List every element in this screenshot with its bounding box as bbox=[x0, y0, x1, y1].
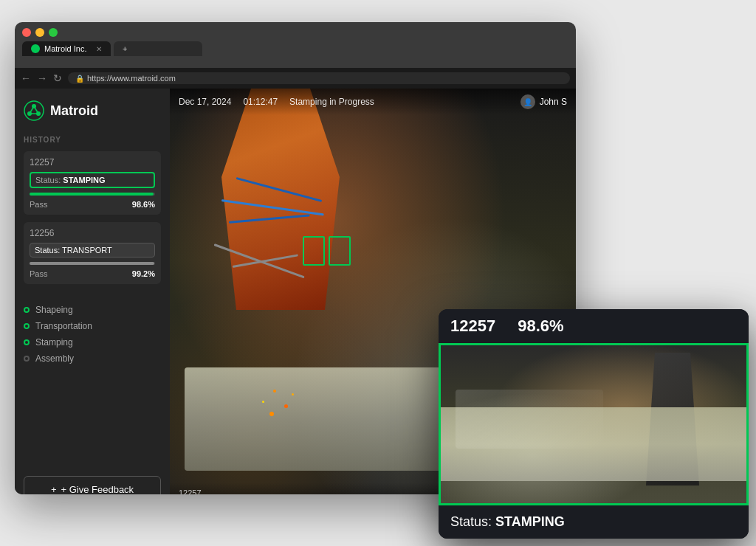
minimize-button[interactable] bbox=[35, 28, 44, 37]
history-item-1-id: 12257 bbox=[30, 157, 155, 167]
video-meta: Dec 17, 2024 01:12:47 Stamping in Progre… bbox=[179, 97, 374, 107]
step-stamping: Stamping bbox=[24, 334, 161, 350]
logo-text: Matroid bbox=[50, 103, 98, 119]
window-controls bbox=[22, 28, 568, 37]
detection-box-small-1 bbox=[303, 236, 325, 266]
svg-line-4 bbox=[30, 106, 34, 114]
popup-percent: 98.6% bbox=[518, 317, 563, 336]
tab-bar: Matroid Inc. ✕ + bbox=[22, 41, 568, 56]
sidebar: Matroid HISTORY 12257 Status: STAMPING P… bbox=[15, 89, 170, 494]
popup-id: 12257 bbox=[450, 317, 495, 336]
plus-icon: + bbox=[51, 484, 57, 494]
user-name: John S bbox=[540, 97, 567, 107]
pass-label-2: Pass bbox=[30, 269, 47, 278]
browser-tab-new[interactable]: + bbox=[114, 41, 202, 56]
step-dot-assembly bbox=[24, 356, 30, 362]
feedback-btn-label: + Give Feedback bbox=[61, 484, 134, 494]
step-shaping: Shapeing bbox=[24, 302, 161, 318]
status-value-1: STAMPING bbox=[63, 176, 105, 184]
step-dot-shaping bbox=[24, 307, 30, 313]
step-label-assembly: Assembly bbox=[35, 353, 74, 364]
video-status: Stamping in Progress bbox=[289, 97, 374, 107]
step-label-shaping: Shapeing bbox=[35, 305, 73, 315]
pass-row-1: Pass 98.6% bbox=[30, 200, 155, 209]
maximize-button[interactable] bbox=[49, 28, 58, 37]
history-item-1-status-badge: Status: STAMPING bbox=[30, 172, 155, 188]
logo-area: Matroid bbox=[24, 100, 161, 121]
popup-stats: 12257 98.6% bbox=[450, 317, 564, 336]
step-dot-transportation bbox=[24, 323, 30, 329]
address-bar-row: ← → ↻ 🔒 https://www.matroid.com bbox=[15, 68, 576, 89]
spark-5 bbox=[269, 412, 274, 416]
browser-tab-active[interactable]: Matroid Inc. ✕ bbox=[22, 41, 111, 56]
svg-point-0 bbox=[24, 101, 44, 120]
popup-image-bg bbox=[441, 345, 746, 503]
step-assembly: Assembly bbox=[24, 350, 161, 367]
url-text: https://www.matroid.com bbox=[87, 74, 176, 83]
popup-footer: Status: STAMPING bbox=[439, 505, 749, 539]
status-value-2: TRANSPORT bbox=[62, 246, 112, 255]
status-label-1: Status: bbox=[35, 176, 61, 184]
spark-4 bbox=[292, 393, 294, 395]
progress-fill-1 bbox=[30, 193, 154, 196]
spark-1 bbox=[273, 390, 276, 393]
browser-chrome: Matroid Inc. ✕ + bbox=[15, 22, 576, 68]
cable-1 bbox=[236, 177, 323, 202]
progress-bar-2 bbox=[30, 262, 155, 265]
tab-close-icon[interactable]: ✕ bbox=[96, 45, 102, 53]
popup-card: 12257 98.6% Status: STAMPING bbox=[439, 309, 749, 539]
pass-value-1: 98.6% bbox=[132, 200, 155, 209]
history-section-label: HISTORY bbox=[24, 136, 161, 144]
progress-fill-2 bbox=[30, 262, 154, 265]
popup-status-value: STAMPING bbox=[495, 514, 565, 529]
history-item-2-id: 12256 bbox=[30, 228, 155, 238]
back-button[interactable]: ← bbox=[21, 72, 31, 84]
tab-title: Matroid Inc. bbox=[44, 44, 86, 53]
step-label-stamping: Stamping bbox=[35, 337, 73, 348]
refresh-button[interactable]: ↻ bbox=[53, 72, 62, 84]
lock-icon: 🔒 bbox=[75, 75, 84, 83]
light-reflection bbox=[456, 390, 603, 449]
svg-line-5 bbox=[34, 106, 38, 114]
spark-2 bbox=[262, 401, 264, 403]
video-top-bar: Dec 17, 2024 01:12:47 Stamping in Progre… bbox=[170, 89, 576, 115]
process-steps: Shapeing Transportation Stamping Assembl… bbox=[24, 302, 161, 367]
tab-favicon bbox=[31, 44, 40, 53]
give-feedback-button[interactable]: + + Give Feedback bbox=[24, 476, 161, 494]
cable-2 bbox=[221, 199, 324, 215]
pass-value-2: 99.2% bbox=[132, 269, 155, 278]
sparks-visual bbox=[258, 382, 303, 426]
popup-image bbox=[439, 343, 749, 505]
history-item-2[interactable]: 12256 Status: TRANSPORT Pass 99.2% bbox=[24, 222, 161, 284]
history-item-1[interactable]: 12257 Status: STAMPING Pass 98.6% bbox=[24, 151, 161, 215]
user-avatar: 👤 bbox=[520, 94, 535, 109]
user-icon: 👤 bbox=[523, 98, 532, 106]
progress-bar-1 bbox=[30, 193, 155, 196]
video-time: 01:12:47 bbox=[243, 97, 278, 107]
step-label-transportation: Transportation bbox=[35, 321, 92, 331]
spark-3 bbox=[284, 404, 288, 408]
step-dot-stamping bbox=[24, 339, 30, 345]
history-item-2-status-badge: Status: TRANSPORT bbox=[30, 243, 155, 258]
close-button[interactable] bbox=[22, 28, 31, 37]
popup-status-prefix: Status: bbox=[450, 514, 495, 529]
matroid-logo-icon bbox=[24, 100, 44, 121]
status-label-2: Status: bbox=[35, 246, 60, 255]
popup-header: 12257 98.6% bbox=[439, 309, 749, 343]
video-date: Dec 17, 2024 bbox=[179, 97, 231, 107]
step-transportation: Transportation bbox=[24, 318, 161, 334]
pass-row-2: Pass 99.2% bbox=[30, 269, 155, 278]
forward-button[interactable]: → bbox=[37, 72, 47, 84]
address-bar[interactable]: 🔒 https://www.matroid.com bbox=[68, 72, 570, 84]
popup-status-text: Status: STAMPING bbox=[450, 514, 737, 530]
user-badge: 👤 John S bbox=[520, 94, 567, 109]
new-tab-icon: + bbox=[123, 44, 127, 53]
pass-label-1: Pass bbox=[30, 200, 47, 209]
cable-3 bbox=[229, 214, 310, 224]
detection-box-small-2 bbox=[329, 236, 351, 266]
